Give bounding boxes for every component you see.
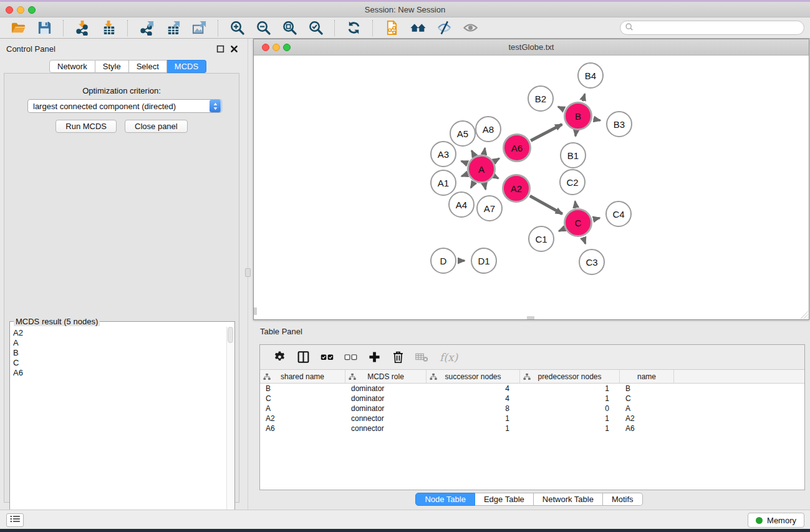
table-cell[interactable]: 8 (427, 404, 520, 414)
settings-gear-icon[interactable] (272, 350, 287, 365)
node-A8[interactable]: A8 (475, 116, 501, 142)
node-B2[interactable]: B2 (528, 85, 554, 112)
node-B4[interactable]: B4 (577, 62, 604, 89)
edge-B-B1[interactable] (576, 132, 576, 136)
node-A4[interactable]: A4 (448, 191, 475, 218)
table-cell[interactable]: C (260, 394, 345, 404)
node-A2[interactable]: A2 (502, 174, 531, 203)
import-network-icon[interactable] (73, 19, 92, 37)
result-scrollbar[interactable] (226, 327, 234, 532)
node-C1[interactable]: C1 (528, 226, 554, 252)
tab-network[interactable]: Network (49, 60, 95, 73)
save-icon[interactable] (35, 19, 54, 37)
edge-A-A8[interactable] (484, 148, 485, 154)
close-panel-button[interactable]: Close panel (125, 120, 188, 133)
node-D[interactable]: D (430, 248, 456, 274)
select-all-checkboxes-icon[interactable] (319, 350, 334, 365)
table-cell[interactable]: A6 (620, 423, 674, 433)
deselect-all-checkboxes-icon[interactable] (343, 350, 358, 365)
table-row[interactable]: A6connector11A6 (260, 423, 804, 433)
edge-A-A5[interactable] (471, 150, 474, 155)
edge-A-A3[interactable] (461, 161, 467, 163)
mcds-result-item[interactable]: A (13, 338, 226, 348)
tab-select[interactable]: Select (129, 60, 167, 73)
network-canvas[interactable]: B4B2BB3A8A5A6A3B1AA1C2A2A4A7C4CC1C3DD1 (254, 56, 809, 319)
show-graphics-details-icon[interactable] (461, 19, 480, 37)
table-cell[interactable]: dominator (345, 394, 427, 404)
column-header-successor-nodes[interactable]: successor nodes (427, 370, 520, 383)
tab-style[interactable]: Style (95, 60, 129, 73)
edge-A-A4[interactable] (471, 183, 474, 188)
table-cell[interactable]: A6 (260, 423, 345, 433)
edge-A-A7[interactable] (485, 184, 486, 189)
close-panel-icon[interactable] (230, 45, 238, 53)
edge-A-A1[interactable] (461, 174, 466, 176)
mcds-result-list[interactable]: A2ABCA6 (11, 327, 226, 532)
table-cell[interactable]: 1 (427, 414, 520, 423)
zoom-fit-icon[interactable] (280, 19, 299, 37)
canvas-hscroll-nub[interactable] (527, 316, 534, 319)
tab-motifs[interactable]: Motifs (603, 493, 643, 506)
table-cell[interactable]: 4 (427, 384, 520, 394)
tab-network-table[interactable]: Network Table (534, 493, 603, 506)
zoom-selected-icon[interactable] (306, 19, 325, 37)
search-input[interactable] (620, 21, 804, 35)
show-panels-button[interactable] (6, 513, 24, 527)
column-header-name[interactable]: name (620, 370, 674, 383)
hide-graphics-details-icon[interactable] (435, 19, 453, 37)
mcds-result-item[interactable]: A2 (13, 328, 226, 338)
import-table-icon[interactable] (99, 19, 118, 37)
table-cell[interactable]: B (260, 384, 345, 394)
edge-B-B3[interactable] (594, 119, 600, 120)
table-cell[interactable]: dominator (345, 404, 427, 414)
node-A[interactable]: A (467, 155, 496, 183)
delete-table-icon[interactable] (414, 350, 429, 365)
table-row[interactable]: A2connector11A2 (260, 414, 804, 423)
node-C2[interactable]: C2 (559, 169, 586, 195)
network-window-titlebar[interactable]: testGlobe.txt (254, 39, 809, 56)
node-C[interactable]: C (564, 208, 592, 237)
export-table-icon[interactable] (163, 19, 182, 37)
table-cell[interactable]: connector (345, 414, 427, 423)
edge-A-A6[interactable] (494, 158, 499, 161)
node-B[interactable]: B (564, 102, 592, 130)
zoom-in-icon[interactable] (228, 19, 246, 37)
edge-B-B2[interactable] (558, 107, 564, 109)
node-A6[interactable]: A6 (503, 133, 531, 162)
zoom-out-icon[interactable] (254, 19, 272, 37)
node-D1[interactable]: D1 (471, 248, 497, 274)
edge-C-C3[interactable] (583, 238, 586, 244)
network-view-window[interactable]: testGlobe.txt B4B2BB3A8A5A6A3B1AA1C2A2A4… (253, 39, 809, 320)
edge-B-B4[interactable] (582, 94, 585, 101)
table-cell[interactable]: B (620, 384, 674, 394)
table-cell[interactable]: 1 (520, 384, 620, 394)
open-folder-icon[interactable] (9, 19, 27, 37)
table-cell[interactable]: 1 (520, 414, 620, 423)
optimization-criterion-select[interactable]: largest connected component (directed) (27, 99, 222, 113)
column-header-shared-name[interactable]: shared name (260, 370, 345, 383)
add-column-icon[interactable] (367, 350, 382, 365)
table-cell[interactable]: connector (345, 423, 427, 433)
node-A1[interactable]: A1 (430, 170, 456, 196)
column-header-predecessor-nodes[interactable]: predecessor nodes (520, 370, 620, 383)
tab-edge-table[interactable]: Edge Table (475, 493, 534, 506)
mcds-result-item[interactable]: A6 (13, 368, 226, 378)
app-titlebar[interactable]: Session: New Session (0, 2, 810, 17)
table-row[interactable]: Cdominator41C (260, 394, 804, 404)
node-C3[interactable]: C3 (579, 249, 605, 275)
float-panel-icon[interactable] (216, 45, 224, 53)
edge-A6-B[interactable] (531, 124, 562, 140)
table-cell[interactable]: A (260, 404, 345, 414)
panel-divider-handle[interactable] (245, 268, 251, 277)
table-cell[interactable]: C (620, 394, 674, 404)
resize-grip[interactable] (800, 311, 808, 319)
table-cell[interactable]: 1 (520, 394, 620, 404)
tab-mcds[interactable]: MCDS (167, 60, 206, 73)
table-cell[interactable]: dominator (345, 384, 427, 394)
node-B1[interactable]: B1 (560, 142, 586, 168)
table-row[interactable]: Adominator80A (260, 404, 804, 414)
mcds-result-item[interactable]: C (13, 358, 226, 368)
edge-C-C4[interactable] (593, 218, 599, 220)
delete-column-icon[interactable] (390, 350, 405, 365)
edge-A2-C[interactable] (530, 196, 562, 214)
